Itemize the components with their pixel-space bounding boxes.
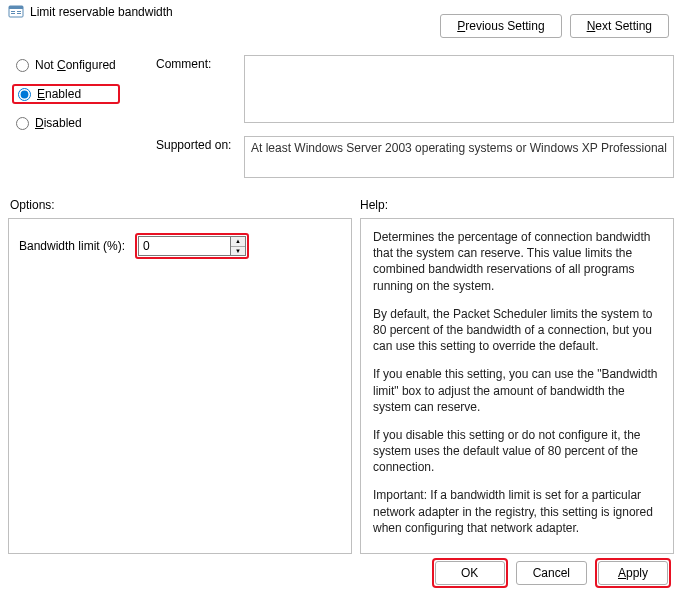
cancel-button-wrap: Cancel xyxy=(516,561,587,585)
bandwidth-limit-row: Bandwidth limit (%): ▲ ▼ xyxy=(19,233,341,259)
supported-on-label: Supported on: xyxy=(156,138,231,152)
spin-buttons: ▲ ▼ xyxy=(230,236,246,256)
apply-button[interactable]: Apply xyxy=(598,561,668,585)
radio-disabled-label: Disabled xyxy=(35,116,82,130)
radio-enabled-label: Enabled xyxy=(37,87,81,101)
state-radio-group: Not Configured Enabled Disabled xyxy=(12,56,120,132)
comment-textarea[interactable] xyxy=(244,55,674,123)
apply-button-highlight: Apply xyxy=(595,558,671,588)
nav-buttons: Previous Setting Next Setting xyxy=(440,14,669,38)
help-paragraph: If you disable this setting or do not co… xyxy=(373,427,661,476)
policy-icon xyxy=(8,4,24,20)
window-title: Limit reservable bandwidth xyxy=(30,5,173,19)
help-paragraph: Determines the percentage of connection … xyxy=(373,229,661,294)
radio-enabled-input[interactable] xyxy=(18,88,31,101)
help-paragraph: Important: If a bandwidth limit is set f… xyxy=(373,487,661,536)
radio-not-configured-input[interactable] xyxy=(16,59,29,72)
spin-down-button[interactable]: ▼ xyxy=(231,247,245,256)
help-section-label: Help: xyxy=(360,198,388,212)
options-section-label: Options: xyxy=(10,198,55,212)
bandwidth-limit-spinbox[interactable]: ▲ ▼ xyxy=(135,233,249,259)
help-paragraph: By default, the Packet Scheduler limits … xyxy=(373,306,661,355)
bandwidth-limit-label: Bandwidth limit (%): xyxy=(19,239,125,253)
next-setting-button[interactable]: Next Setting xyxy=(570,14,669,38)
options-panel: Bandwidth limit (%): ▲ ▼ xyxy=(8,218,352,554)
help-panel: Determines the percentage of connection … xyxy=(360,218,674,554)
svg-rect-5 xyxy=(17,13,21,14)
previous-setting-button[interactable]: Previous Setting xyxy=(440,14,561,38)
radio-disabled-input[interactable] xyxy=(16,117,29,130)
comment-label: Comment: xyxy=(156,57,211,71)
radio-not-configured[interactable]: Not Configured xyxy=(12,56,120,74)
radio-not-configured-label: Not Configured xyxy=(35,58,116,72)
svg-rect-2 xyxy=(11,11,15,12)
ok-button[interactable]: OK xyxy=(435,561,505,585)
svg-rect-3 xyxy=(11,13,15,14)
svg-rect-1 xyxy=(9,6,23,9)
help-paragraph: If you enable this setting, you can use … xyxy=(373,366,661,415)
ok-button-highlight: OK xyxy=(432,558,508,588)
supported-on-text: At least Windows Server 2003 operating s… xyxy=(244,136,674,178)
cancel-button[interactable]: Cancel xyxy=(516,561,587,585)
radio-disabled[interactable]: Disabled xyxy=(12,114,120,132)
svg-rect-4 xyxy=(17,11,21,12)
dialog-buttons: OK Cancel Apply xyxy=(432,558,671,588)
spin-up-button[interactable]: ▲ xyxy=(231,237,245,247)
bandwidth-limit-input[interactable] xyxy=(138,236,230,256)
radio-enabled[interactable]: Enabled xyxy=(12,84,120,104)
